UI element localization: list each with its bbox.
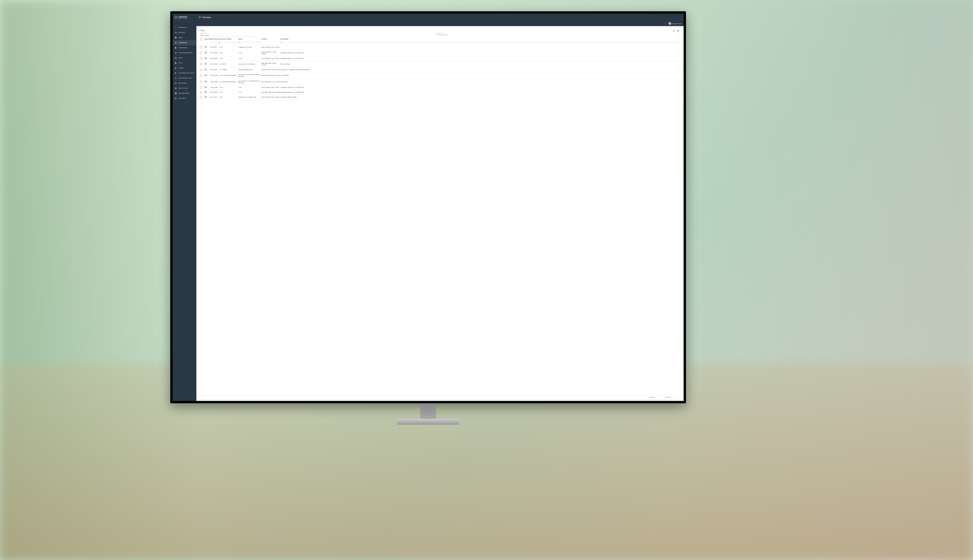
cell-firmware-version: 5.3.6: [219, 46, 238, 48]
row-checkbox[interactable]: [200, 63, 202, 65]
cell-description: FWL-1284: [281, 81, 680, 83]
user-chip[interactable]: Cypress Admin: [669, 22, 681, 25]
cell-name: 1.3.6: [238, 52, 261, 54]
chip-icon: [199, 16, 201, 18]
sidebar-item-commands[interactable]: COMMANDS: [172, 45, 196, 50]
header-firmware-version[interactable]: Firmware Version: [219, 38, 238, 40]
row-checkbox[interactable]: [200, 87, 202, 88]
sidebar-item-tags[interactable]: TAGS: [172, 60, 196, 65]
cell-name: ctm200-v2.5.1.5455-fs.tar: [238, 96, 261, 98]
sidebar-item-jobs[interactable]: JOBS: [172, 35, 196, 40]
sidebar-item-firmware[interactable]: FIRMWARE: [172, 40, 196, 45]
table-row: lllCTM_2002.7.1.5659ctm200-v5659-fs.tarA…: [198, 67, 682, 72]
header-created[interactable]: Created ↓: [261, 38, 281, 40]
table-row: lllCTM_2002.5.1ctm200-v2.5.1.5455-fs.tar…: [198, 95, 682, 100]
row-actions-menu[interactable]: lll: [204, 58, 210, 59]
sidebar-item-distribution-lists[interactable]: DISTRIBUTION LISTS: [172, 71, 196, 76]
row-checkbox[interactable]: [200, 69, 202, 71]
fullscreen-icon[interactable]: [664, 23, 667, 25]
sidebar-item-audit-logs[interactable]: AUDIT LOGS: [172, 86, 196, 91]
cell-firmware-version: 1.3.4.210422.feat1284v2: [219, 75, 238, 76]
row-actions-menu[interactable]: lll: [204, 75, 210, 76]
sidebar-item-metadata[interactable]: METADATA: [172, 81, 196, 86]
columns-icon[interactable]: [677, 30, 679, 32]
sidebar-item-dashboards[interactable]: DASHBOARDS: [172, 91, 196, 96]
row-checkbox[interactable]: [200, 58, 202, 60]
first-page-icon[interactable]: |<: [657, 397, 659, 398]
table-header: Actions Model Group Firmware Version Nam…: [198, 38, 682, 41]
description-filter[interactable]: ⚲: [281, 42, 680, 43]
row-checkbox[interactable]: [200, 81, 202, 83]
firmware-version-filter[interactable]: ⚲: [219, 42, 238, 43]
svg-rect-16: [176, 58, 177, 59]
sidebar-item-label: DEVICES: [179, 32, 185, 33]
svg-point-9: [176, 28, 177, 28]
row-actions-menu[interactable]: lll: [204, 87, 210, 88]
svg-rect-28: [677, 30, 678, 31]
row-actions-menu[interactable]: lll: [204, 92, 210, 93]
refresh-icon[interactable]: [673, 30, 675, 32]
row-actions-menu[interactable]: lll: [204, 52, 210, 54]
cell-created: Sep 3rd 2021 5 pm -07:00: [261, 46, 281, 48]
cell-created: Apr 27th 2021 1 pm -07:00: [261, 69, 281, 71]
sidebar-item-uploaded-files[interactable]: UPLOADED FILES: [172, 76, 196, 81]
row-actions-menu[interactable]: lll: [204, 81, 210, 83]
model-group-filter[interactable]: ▾: [210, 42, 219, 43]
cell-model-group: CTM_ONE: [210, 75, 219, 76]
filters-title: Filters: [200, 30, 436, 32]
sidebar-item-projects[interactable]: PROJECTS: [172, 25, 196, 30]
sidebar-item-users[interactable]: USERS: [172, 65, 196, 71]
cell-created: Jun 9th 2021 7 pm -07:00: [261, 58, 281, 59]
project-filter-select[interactable]: ▾ Select Project: [436, 34, 673, 36]
svg-point-4: [177, 18, 177, 18]
row-actions-menu[interactable]: lll: [204, 96, 210, 98]
sidebar-item-label: COMMANDS: [179, 47, 188, 48]
rows-per-page[interactable]: 10 rows ▾: [649, 397, 655, 398]
cell-created: Apr 23rd 2021 8 am -07:00: [261, 75, 281, 76]
row-checkbox[interactable]: [200, 46, 202, 48]
row-checkbox[interactable]: [200, 75, 202, 77]
sidebar-item-reports[interactable]: REPORTS: [172, 96, 196, 101]
header-name[interactable]: Name: [238, 38, 261, 40]
row-checkbox[interactable]: [200, 96, 202, 98]
cell-model-group: CTM_200: [210, 96, 219, 98]
row-checkbox[interactable]: [200, 92, 202, 93]
cell-firmware-version: 1.3.3: [219, 92, 238, 93]
arrow-down-icon: ↓: [267, 38, 268, 40]
header-description[interactable]: Description: [281, 38, 680, 40]
sidebar-item-devices[interactable]: DEVICES: [172, 30, 196, 35]
sidebar-item-label: CONFIGURATIONS: [179, 52, 192, 54]
last-page-icon[interactable]: >|: [677, 397, 679, 398]
sidebar-item-label: APPS: [179, 57, 182, 59]
sidebar-item-label: JOBS: [179, 37, 182, 38]
firmware-card: Filters Tenant Filter Project Filter ▾ S…: [198, 28, 682, 399]
cell-model-group: OXYGEN: [210, 46, 219, 48]
row-actions-menu[interactable]: lll: [204, 69, 210, 71]
row-actions-menu[interactable]: lll: [204, 63, 210, 65]
cell-name: ctm-one-fs-1.3.4.210422.feat1284v2.tar: [238, 74, 261, 77]
row-checkbox[interactable]: [200, 52, 202, 54]
next-page-icon[interactable]: >: [673, 397, 675, 398]
name-filter[interactable]: ⚲: [238, 42, 261, 43]
folder-icon: [175, 37, 177, 39]
cell-name: 1.3.4: [238, 87, 261, 88]
cell-firmware-version: 1.3.4.210323.fwl-1284v1: [219, 81, 238, 83]
cloud-icon: [175, 47, 177, 49]
select-all-checkbox[interactable]: [200, 38, 202, 40]
prev-page-icon[interactable]: <: [661, 397, 663, 398]
monitor-frame: cypress SOLUTIONS PROJECTSDEVICESJOBSFIR…: [170, 11, 686, 403]
svg-point-0: [176, 16, 176, 16]
header-model-group[interactable]: Model Group: [210, 38, 219, 40]
cell-firmware-version: 1.3.5: [219, 58, 238, 59]
cell-created: Nov 9th 2020 4 pm -08:00: [261, 96, 281, 98]
sidebar-item-label: TAGS: [179, 62, 182, 64]
sidebar-item-label: DASHBOARDS: [179, 92, 189, 94]
cell-name: 1.3.3: [238, 92, 261, 93]
row-actions-menu[interactable]: lll: [204, 46, 210, 48]
filters-row: Filters Tenant Filter Project Filter ▾ S…: [198, 30, 682, 38]
sidebar-item-apps[interactable]: APPS: [172, 55, 196, 60]
cell-description: Firmware Version '1.3.6' Build: 35: [281, 52, 680, 54]
tenant-filter-input[interactable]: [200, 34, 258, 37]
tenant-filter-label: Tenant Filter: [200, 33, 436, 34]
sidebar-item-configurations[interactable]: CONFIGURATIONS: [172, 50, 196, 55]
